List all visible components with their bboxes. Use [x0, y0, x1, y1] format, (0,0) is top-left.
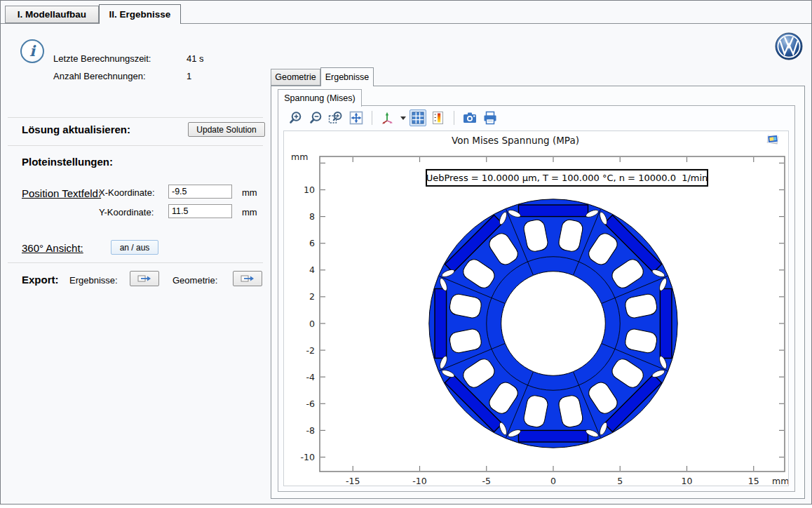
- update-solution-button[interactable]: Update Solution: [188, 122, 265, 137]
- divider: [8, 145, 263, 146]
- plot-toolbar: [279, 107, 799, 129]
- update-solution-label: Lösung aktualisieren:: [22, 123, 130, 135]
- svg-text:10: 10: [682, 476, 693, 486]
- snapshot-camera-icon[interactable]: [461, 109, 478, 126]
- export-results-label: Ergebnisse:: [69, 275, 118, 286]
- grid-icon[interactable]: [410, 109, 426, 126]
- zoom-extents-icon[interactable]: [348, 109, 365, 126]
- svg-text:15: 15: [748, 476, 759, 486]
- view-360-toggle-button[interactable]: an / aus: [111, 240, 158, 255]
- svg-text:UebPress = 10.0000 µm, T = 100: UebPress = 10.0000 µm, T = 100.000 °C, n…: [426, 173, 708, 183]
- svg-text:10: 10: [304, 185, 315, 195]
- y-coordinate-input[interactable]: [168, 204, 232, 218]
- export-results-button[interactable]: [130, 271, 159, 286]
- export-heading: Export:: [22, 274, 59, 286]
- zoom-out-icon[interactable]: [307, 109, 324, 126]
- svg-text:6: 6: [309, 238, 315, 248]
- svg-text:5: 5: [617, 476, 623, 486]
- zoom-in-icon[interactable]: [287, 109, 304, 126]
- computation-count-label: Anzahl Berechnungen:: [53, 71, 146, 81]
- svg-text:-10: -10: [301, 452, 315, 462]
- tab-geometrie[interactable]: Geometrie: [271, 69, 320, 86]
- export-geometry-button[interactable]: [233, 271, 262, 286]
- app-window: I. Modellaufbau II. Ergebnisse i Letzte …: [0, 0, 812, 504]
- y-unit-label: mm: [242, 207, 257, 218]
- orientation-axes-icon[interactable]: [379, 109, 396, 126]
- print-icon[interactable]: [482, 109, 499, 126]
- svg-text:mm: mm: [291, 152, 308, 162]
- von-mises-plot: -15-10-5051015-10-8-6-4-20246810mmmmVon …: [284, 131, 788, 486]
- svg-text:8: 8: [309, 211, 315, 222]
- svg-text:0: 0: [550, 476, 556, 486]
- plot-flip-icon[interactable]: [766, 132, 780, 146]
- tab-ergebnisse-viewer[interactable]: Ergebnisse: [320, 67, 374, 86]
- tab-spannung-mises[interactable]: Spannung (Mises): [278, 89, 362, 107]
- x-unit-label: mm: [242, 187, 257, 198]
- svg-text:-5: -5: [482, 476, 491, 486]
- vw-logo: [775, 32, 803, 62]
- plot-settings-heading: Ploteinstellungen:: [22, 156, 113, 168]
- orientation-dropdown-caret[interactable]: [400, 116, 406, 120]
- divider: [8, 262, 263, 263]
- color-legend-icon[interactable]: [430, 109, 447, 126]
- export-geometry-label: Geometrie:: [172, 275, 217, 286]
- zoom-box-icon[interactable]: [327, 109, 344, 126]
- y-coordinate-label: Y-Koordinate:: [99, 207, 154, 218]
- x-coordinate-input[interactable]: [168, 185, 232, 199]
- toolbar-separator: [454, 111, 454, 125]
- svg-text:4: 4: [309, 265, 315, 275]
- x-coordinate-label: X-Koordinate:: [99, 187, 155, 198]
- computation-count-value: 1: [187, 71, 191, 81]
- svg-text:2: 2: [309, 291, 315, 302]
- view-360-label: 360° Ansicht:: [22, 242, 83, 254]
- svg-text:-4: -4: [306, 372, 316, 382]
- svg-text:0: 0: [309, 319, 315, 329]
- tab-modellaufbau[interactable]: I. Modellaufbau: [5, 6, 99, 23]
- svg-text:-2: -2: [306, 345, 315, 356]
- svg-text:-15: -15: [346, 476, 360, 486]
- toolbar-separator: [372, 111, 372, 125]
- svg-text:-10: -10: [412, 476, 426, 486]
- last-computation-value: 41 s: [187, 53, 204, 64]
- export-icon: [137, 274, 151, 283]
- divider: [8, 117, 263, 118]
- info-icon: i: [20, 39, 44, 63]
- svg-text:-6: -6: [306, 399, 316, 409]
- textbox-position-label: Position Textfeld:: [22, 187, 101, 199]
- tab-ergebnisse-main[interactable]: II. Ergebnisse: [99, 4, 181, 24]
- export-icon: [241, 274, 255, 283]
- last-computation-label: Letzte Berechnungszeit:: [53, 53, 151, 64]
- svg-text:mm: mm: [772, 476, 788, 486]
- svg-text:-8: -8: [306, 425, 316, 436]
- plot-canvas[interactable]: -15-10-5051015-10-8-6-4-20246810mmmmVon …: [283, 131, 789, 486]
- svg-text:Von Mises Spannung (MPa): Von Mises Spannung (MPa): [452, 135, 579, 146]
